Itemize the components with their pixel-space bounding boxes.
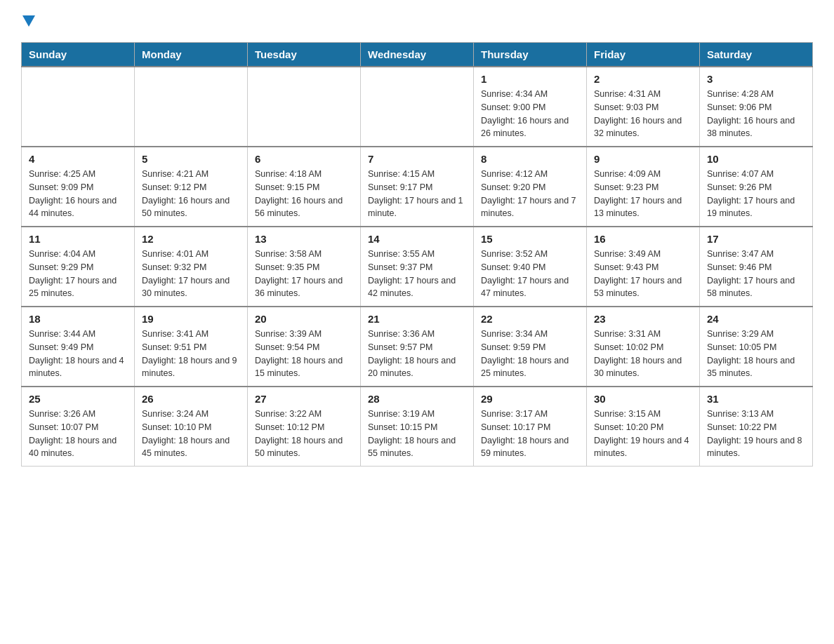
calendar-cell: 22Sunrise: 3:34 AM Sunset: 9:59 PM Dayli… [474, 307, 587, 387]
calendar-cell: 1Sunrise: 4:34 AM Sunset: 9:00 PM Daylig… [474, 67, 587, 147]
day-sun-info: Sunrise: 3:44 AM Sunset: 9:49 PM Dayligh… [29, 328, 127, 380]
day-number: 20 [255, 313, 353, 325]
week-row: 4Sunrise: 4:25 AM Sunset: 9:09 PM Daylig… [22, 147, 813, 227]
day-of-week-header: Tuesday [248, 43, 361, 67]
day-sun-info: Sunrise: 3:49 AM Sunset: 9:43 PM Dayligh… [594, 248, 692, 300]
day-number: 31 [707, 393, 805, 405]
calendar-cell: 30Sunrise: 3:15 AM Sunset: 10:20 PM Dayl… [587, 387, 700, 467]
calendar-table: SundayMondayTuesdayWednesdayThursdayFrid… [21, 42, 813, 467]
calendar-cell: 17Sunrise: 3:47 AM Sunset: 9:46 PM Dayli… [700, 227, 813, 307]
day-number: 24 [707, 313, 805, 325]
calendar-cell: 3Sunrise: 4:28 AM Sunset: 9:06 PM Daylig… [700, 67, 813, 147]
day-number: 6 [255, 153, 353, 165]
day-number: 19 [142, 313, 240, 325]
day-of-week-header: Monday [135, 43, 248, 67]
calendar-cell: 11Sunrise: 4:04 AM Sunset: 9:29 PM Dayli… [22, 227, 135, 307]
calendar-cell: 14Sunrise: 3:55 AM Sunset: 9:37 PM Dayli… [361, 227, 474, 307]
page-header [21, 14, 813, 28]
day-number: 10 [707, 153, 805, 165]
day-number: 5 [142, 153, 240, 165]
calendar-cell: 7Sunrise: 4:15 AM Sunset: 9:17 PM Daylig… [361, 147, 474, 227]
calendar-cell [22, 67, 135, 147]
calendar-cell [248, 67, 361, 147]
day-number: 17 [707, 233, 805, 245]
day-sun-info: Sunrise: 4:31 AM Sunset: 9:03 PM Dayligh… [594, 88, 692, 140]
day-sun-info: Sunrise: 3:58 AM Sunset: 9:35 PM Dayligh… [255, 248, 353, 300]
calendar-cell: 5Sunrise: 4:21 AM Sunset: 9:12 PM Daylig… [135, 147, 248, 227]
calendar-cell: 29Sunrise: 3:17 AM Sunset: 10:17 PM Dayl… [474, 387, 587, 467]
calendar-cell: 9Sunrise: 4:09 AM Sunset: 9:23 PM Daylig… [587, 147, 700, 227]
svg-marker-0 [22, 15, 35, 27]
day-number: 3 [707, 73, 805, 85]
day-sun-info: Sunrise: 4:28 AM Sunset: 9:06 PM Dayligh… [707, 88, 805, 140]
day-sun-info: Sunrise: 4:01 AM Sunset: 9:32 PM Dayligh… [142, 248, 240, 300]
calendar-cell: 21Sunrise: 3:36 AM Sunset: 9:57 PM Dayli… [361, 307, 474, 387]
calendar-cell: 23Sunrise: 3:31 AM Sunset: 10:02 PM Dayl… [587, 307, 700, 387]
calendar-cell [135, 67, 248, 147]
day-number: 8 [481, 153, 579, 165]
day-sun-info: Sunrise: 3:34 AM Sunset: 9:59 PM Dayligh… [481, 328, 579, 380]
day-number: 7 [368, 153, 466, 165]
day-sun-info: Sunrise: 3:29 AM Sunset: 10:05 PM Daylig… [707, 328, 805, 380]
day-sun-info: Sunrise: 4:04 AM Sunset: 9:29 PM Dayligh… [29, 248, 127, 300]
day-sun-info: Sunrise: 3:26 AM Sunset: 10:07 PM Daylig… [29, 408, 127, 460]
day-number: 29 [481, 393, 579, 405]
week-row: 18Sunrise: 3:44 AM Sunset: 9:49 PM Dayli… [22, 307, 813, 387]
day-number: 28 [368, 393, 466, 405]
day-number: 11 [29, 233, 127, 245]
day-number: 26 [142, 393, 240, 405]
calendar-cell: 10Sunrise: 4:07 AM Sunset: 9:26 PM Dayli… [700, 147, 813, 227]
day-number: 1 [481, 73, 579, 85]
day-number: 23 [594, 313, 692, 325]
day-number: 4 [29, 153, 127, 165]
day-sun-info: Sunrise: 3:22 AM Sunset: 10:12 PM Daylig… [255, 408, 353, 460]
day-number: 22 [481, 313, 579, 325]
day-of-week-header: Sunday [22, 43, 135, 67]
calendar-cell: 2Sunrise: 4:31 AM Sunset: 9:03 PM Daylig… [587, 67, 700, 147]
day-number: 30 [594, 393, 692, 405]
day-number: 13 [255, 233, 353, 245]
calendar-cell: 15Sunrise: 3:52 AM Sunset: 9:40 PM Dayli… [474, 227, 587, 307]
calendar-cell: 6Sunrise: 4:18 AM Sunset: 9:15 PM Daylig… [248, 147, 361, 227]
calendar-cell: 18Sunrise: 3:44 AM Sunset: 9:49 PM Dayli… [22, 307, 135, 387]
day-number: 18 [29, 313, 127, 325]
day-number: 25 [29, 393, 127, 405]
day-sun-info: Sunrise: 4:09 AM Sunset: 9:23 PM Dayligh… [594, 168, 692, 220]
calendar-cell: 8Sunrise: 4:12 AM Sunset: 9:20 PM Daylig… [474, 147, 587, 227]
calendar-cell: 12Sunrise: 4:01 AM Sunset: 9:32 PM Dayli… [135, 227, 248, 307]
day-sun-info: Sunrise: 3:39 AM Sunset: 9:54 PM Dayligh… [255, 328, 353, 380]
day-number: 21 [368, 313, 466, 325]
day-number: 9 [594, 153, 692, 165]
day-number: 12 [142, 233, 240, 245]
week-row: 1Sunrise: 4:34 AM Sunset: 9:00 PM Daylig… [22, 67, 813, 147]
day-number: 14 [368, 233, 466, 245]
day-sun-info: Sunrise: 4:34 AM Sunset: 9:00 PM Dayligh… [481, 88, 579, 140]
day-of-week-header: Thursday [474, 43, 587, 67]
calendar-cell: 19Sunrise: 3:41 AM Sunset: 9:51 PM Dayli… [135, 307, 248, 387]
calendar-cell: 24Sunrise: 3:29 AM Sunset: 10:05 PM Dayl… [700, 307, 813, 387]
calendar-cell: 25Sunrise: 3:26 AM Sunset: 10:07 PM Dayl… [22, 387, 135, 467]
day-sun-info: Sunrise: 3:31 AM Sunset: 10:02 PM Daylig… [594, 328, 692, 380]
logo [21, 14, 35, 28]
day-sun-info: Sunrise: 4:18 AM Sunset: 9:15 PM Dayligh… [255, 168, 353, 220]
calendar-cell: 27Sunrise: 3:22 AM Sunset: 10:12 PM Dayl… [248, 387, 361, 467]
day-sun-info: Sunrise: 4:21 AM Sunset: 9:12 PM Dayligh… [142, 168, 240, 220]
logo-arrow-icon [22, 15, 35, 28]
day-sun-info: Sunrise: 4:15 AM Sunset: 9:17 PM Dayligh… [368, 168, 466, 220]
day-sun-info: Sunrise: 3:15 AM Sunset: 10:20 PM Daylig… [594, 408, 692, 460]
week-row: 25Sunrise: 3:26 AM Sunset: 10:07 PM Dayl… [22, 387, 813, 467]
day-sun-info: Sunrise: 3:24 AM Sunset: 10:10 PM Daylig… [142, 408, 240, 460]
calendar-cell [361, 67, 474, 147]
calendar-cell: 16Sunrise: 3:49 AM Sunset: 9:43 PM Dayli… [587, 227, 700, 307]
day-sun-info: Sunrise: 3:17 AM Sunset: 10:17 PM Daylig… [481, 408, 579, 460]
calendar-cell: 4Sunrise: 4:25 AM Sunset: 9:09 PM Daylig… [22, 147, 135, 227]
calendar-header-row: SundayMondayTuesdayWednesdayThursdayFrid… [22, 43, 813, 67]
day-sun-info: Sunrise: 4:12 AM Sunset: 9:20 PM Dayligh… [481, 168, 579, 220]
calendar-cell: 20Sunrise: 3:39 AM Sunset: 9:54 PM Dayli… [248, 307, 361, 387]
calendar-cell: 28Sunrise: 3:19 AM Sunset: 10:15 PM Dayl… [361, 387, 474, 467]
day-of-week-header: Saturday [700, 43, 813, 67]
day-sun-info: Sunrise: 3:41 AM Sunset: 9:51 PM Dayligh… [142, 328, 240, 380]
day-number: 27 [255, 393, 353, 405]
day-number: 15 [481, 233, 579, 245]
day-sun-info: Sunrise: 3:19 AM Sunset: 10:15 PM Daylig… [368, 408, 466, 460]
